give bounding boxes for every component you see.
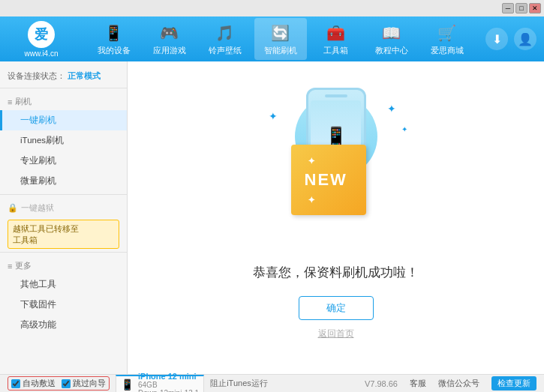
download-btn[interactable]: ⬇: [485, 28, 508, 50]
nav-shop-label: 爱思商城: [431, 45, 464, 56]
nav-shop[interactable]: 🛒 爱思商城: [421, 18, 473, 60]
window-controls[interactable]: ─ □ ✕: [502, 3, 541, 13]
auto-launch-checkbox[interactable]: 自动敷送: [11, 378, 56, 389]
success-text: 恭喜您，保资料刷机成功啦！: [253, 264, 419, 281]
nav-right: ⬇ 👤: [485, 28, 536, 50]
device-info: 📱 iPhone 12 mini 64GB Down-12mini-13.1: [116, 375, 204, 393]
nav-apps-games[interactable]: 🎮 应用游戏: [143, 18, 196, 60]
nav-toolbox[interactable]: 🧰 工具箱: [310, 18, 362, 60]
auto-launch-label: 自动敷送: [23, 378, 56, 389]
section-flash: ≡ 刷机: [0, 91, 127, 110]
new-ribbon: NEW: [291, 145, 366, 215]
nav-tutorials[interactable]: 📖 教程中心: [365, 18, 418, 60]
shop-icon: 🛒: [437, 22, 458, 43]
version-label: V7.98.66: [365, 379, 398, 388]
status-value: 正常模式: [68, 71, 101, 80]
content-area: 📱 ✦ ✦ ✦ NEW 恭喜您，保资料刷机成功啦！ 确定 返回首页: [128, 61, 544, 374]
bottom-left: 自动敷送 跳过向导 📱 iPhone 12 mini 64GB Down-12m…: [8, 375, 359, 393]
section-flash-label: 刷机: [15, 96, 32, 107]
nav-my-device[interactable]: 📱 我的设备: [88, 18, 140, 60]
sparkle-icon-2: ✦: [387, 103, 396, 115]
new-badge-text: NEW: [305, 170, 347, 189]
apps-games-icon: 🎮: [159, 22, 180, 43]
customer-service-link[interactable]: 客服: [410, 378, 426, 389]
maximize-btn[interactable]: □: [515, 3, 527, 13]
confirm-button[interactable]: 确定: [299, 296, 374, 320]
device-storage: 64GB: [138, 381, 199, 389]
jailbreak-warning: 越狱工具已转移至 工具箱: [8, 220, 119, 249]
section-more-label: 更多: [15, 260, 32, 271]
section-more: ≡ 更多: [0, 256, 127, 274]
device-firmware: Down-12mini-13.1: [138, 389, 199, 393]
device-status: 设备连接状态： 正常模式: [0, 67, 127, 88]
tutorials-icon: 📖: [381, 22, 402, 43]
title-bar: ─ □ ✕: [0, 0, 544, 16]
guide-checkbox[interactable]: 跳过向导: [62, 378, 106, 389]
nav-my-device-label: 我的设备: [98, 45, 131, 56]
sidebar-item-download-firmware[interactable]: 下载固件: [0, 295, 127, 315]
sidebar-item-one-key-flash[interactable]: 一键刷机: [0, 110, 127, 130]
minimize-btn[interactable]: ─: [502, 3, 514, 13]
logo-area: 爱 www.i4.cn: [8, 21, 75, 58]
divider-2: [0, 252, 127, 253]
sparkle-icon-3: ✦: [401, 125, 407, 133]
section-flash-icon: ≡: [8, 97, 12, 106]
nav-apps-games-label: 应用游戏: [153, 45, 186, 56]
guide-label: 跳过向导: [73, 378, 106, 389]
checkbox-group: 自动敷送 跳过向导: [8, 376, 110, 391]
again-link[interactable]: 返回首页: [318, 328, 354, 340]
nav-smart-flash-label: 智能刷机: [264, 45, 297, 56]
logo-text: www.i4.cn: [24, 49, 58, 58]
device-details: iPhone 12 mini 64GB Down-12mini-13.1: [138, 372, 199, 393]
bottom-right: V7.98.66 客服 微信公众号 检查更新: [365, 376, 536, 391]
phone-speaker: [325, 94, 347, 97]
more-icon: ≡: [8, 262, 12, 271]
device-name: iPhone 12 mini: [138, 372, 199, 381]
user-btn[interactable]: 👤: [514, 28, 536, 50]
main-area: 设备连接状态： 正常模式 ≡ 刷机 一键刷机 iTunes刷机 专业刷机 微量刷…: [0, 61, 544, 374]
sidebar-item-other-tools[interactable]: 其他工具: [0, 274, 127, 295]
section-jailbreak: 🔒 一键越狱: [0, 198, 127, 217]
sidebar: 设备连接状态： 正常模式 ≡ 刷机 一键刷机 iTunes刷机 专业刷机 微量刷…: [0, 61, 128, 374]
wechat-link[interactable]: 微信公众号: [438, 378, 479, 389]
lock-icon: 🔒: [8, 203, 18, 213]
ringtones-icon: 🎵: [215, 22, 236, 43]
my-device-icon: 📱: [104, 22, 125, 43]
nav-ringtones[interactable]: 🎵 铃声壁纸: [199, 18, 251, 60]
nav-tutorials-label: 教程中心: [375, 45, 408, 56]
nav-toolbox-label: 工具箱: [323, 45, 348, 56]
stop-itunes-btn[interactable]: 阻止iTunes运行: [210, 378, 268, 389]
section-jailbreak-label: 一键越狱: [21, 202, 54, 214]
close-btn[interactable]: ✕: [529, 3, 541, 13]
phone-device-icon: 📱: [121, 379, 134, 391]
update-button[interactable]: 检查更新: [491, 376, 536, 391]
bottom-bar: 自动敷送 跳过向导 📱 iPhone 12 mini 64GB Down-12m…: [0, 374, 544, 392]
nav-ringtones-label: 铃声壁纸: [209, 45, 242, 56]
logo-icon: 爱: [28, 21, 55, 48]
auto-launch-input[interactable]: [11, 379, 20, 388]
status-label: 设备连接状态：: [8, 71, 65, 80]
nav-items: 📱 我的设备 🎮 应用游戏 🎵 铃声壁纸 🔄 智能刷机 🧰 工具箱 📖 教程中心…: [75, 18, 485, 60]
nav-smart-flash[interactable]: 🔄 智能刷机: [254, 18, 307, 60]
sidebar-item-micro-flash[interactable]: 微量刷机: [0, 171, 127, 191]
divider-1: [0, 194, 127, 195]
guide-input[interactable]: [62, 379, 71, 388]
smart-flash-icon: 🔄: [270, 22, 291, 43]
top-nav: 爱 www.i4.cn 📱 我的设备 🎮 应用游戏 🎵 铃声壁纸 🔄 智能刷机 …: [0, 16, 544, 61]
sidebar-item-pro-flash[interactable]: 专业刷机: [0, 151, 127, 171]
toolbox-icon: 🧰: [326, 22, 347, 43]
sidebar-item-advanced[interactable]: 高级功能: [0, 315, 127, 335]
sidebar-item-itunes-flash[interactable]: iTunes刷机: [0, 130, 127, 151]
sparkle-icon-1: ✦: [269, 110, 278, 122]
success-illustration: 📱 ✦ ✦ ✦ NEW: [261, 95, 411, 253]
